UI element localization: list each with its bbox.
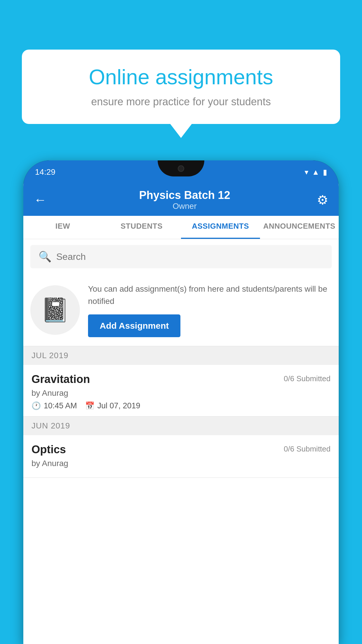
app-bar-title-section: Physics Batch 12 Owner [52,189,317,211]
tabs-bar: IEW STUDENTS ASSIGNMENTS ANNOUNCEMENTS [23,216,339,239]
clock-icon: 🕐 [31,401,41,410]
table-row[interactable]: Optics 0/6 Submitted by Anurag [23,435,339,478]
phone-frame: 14:29 ▾ ▲ ▮ ← Physics Batch 12 Owner ⚙ I… [23,160,339,644]
signal-icon: ▲ [312,168,319,177]
camera [178,165,184,172]
speech-bubble-title: Online assignments [39,66,323,89]
speech-bubble-subtitle: ensure more practice for your students [39,96,323,108]
back-button[interactable]: ← [34,192,47,207]
speech-bubble: Online assignments ensure more practice … [22,50,340,124]
notebook-icon: 📓 [41,296,70,324]
status-icons: ▾ ▲ ▮ [305,168,327,177]
assignment-submitted: 0/6 Submitted [284,374,331,383]
status-bar: 14:29 ▾ ▲ ▮ [23,160,339,184]
app-bar-subtitle: Owner [52,202,317,211]
promo-icon-circle: 📓 [30,285,80,335]
table-row[interactable]: Gravitation 0/6 Submitted by Anurag 🕐 10… [23,365,339,416]
settings-icon[interactable]: ⚙ [317,192,328,207]
speech-bubble-container: Online assignments ensure more practice … [22,50,340,124]
assignment-by: by Anurag [31,388,331,398]
month-section-jun: JUN 2019 [23,416,339,435]
wifi-icon: ▾ [305,168,308,177]
assignment-time: 🕐 10:45 AM [31,401,77,410]
tab-assignments[interactable]: ASSIGNMENTS [181,216,260,239]
assignment-header: Gravitation 0/6 Submitted [31,373,331,386]
assignment-meta: 🕐 10:45 AM 📅 Jul 07, 2019 [31,401,331,410]
add-assignment-promo: 📓 You can add assignment(s) from here an… [23,274,339,346]
tab-announcements[interactable]: ANNOUNCEMENTS [260,216,339,239]
content-area: 🔍 📓 You can add assignment(s) from here … [23,239,339,644]
battery-icon: ▮ [323,168,327,177]
search-icon: 🔍 [38,251,52,263]
app-bar: ← Physics Batch 12 Owner ⚙ [23,184,339,216]
assignment-date: 📅 Jul 07, 2019 [85,401,140,410]
search-bar-container: 🔍 [23,239,339,274]
assignment-name-optics: Optics [31,443,66,456]
month-section-jul: JUL 2019 [23,346,339,365]
calendar-icon: 📅 [85,401,94,410]
tab-iew[interactable]: IEW [23,216,102,239]
status-time: 14:29 [35,167,55,177]
promo-description: You can add assignment(s) from here and … [88,283,332,307]
assignment-by-optics: by Anurag [31,459,331,468]
notch [158,160,204,176]
search-input[interactable] [56,251,324,262]
search-bar: 🔍 [30,245,332,268]
app-bar-title: Physics Batch 12 [52,189,317,202]
tab-students[interactable]: STUDENTS [102,216,181,239]
add-assignment-button[interactable]: Add Assignment [88,314,180,337]
phone-screen: ← Physics Batch 12 Owner ⚙ IEW STUDENTS … [23,184,339,644]
promo-text-section: You can add assignment(s) from here and … [88,283,332,337]
assignment-header-optics: Optics 0/6 Submitted [31,443,331,456]
assignment-name: Gravitation [31,373,90,386]
assignment-submitted-optics: 0/6 Submitted [284,444,331,454]
